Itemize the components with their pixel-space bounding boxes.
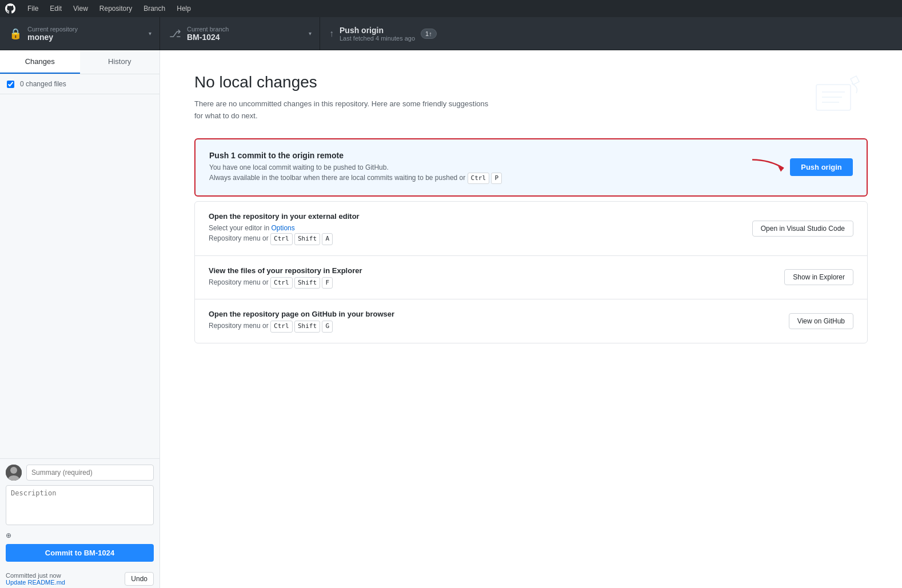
ctrl-shortcut-editor: Ctrl — [270, 233, 293, 245]
commit-avatar-row — [6, 465, 154, 481]
menu-item-file[interactable]: File — [23, 3, 43, 14]
branch-icon: ⎇ — [169, 27, 181, 40]
avatar — [6, 465, 22, 481]
ctrl-shortcut-github: Ctrl — [270, 321, 293, 333]
suggestion-row-explorer: View the files of your repository in Exp… — [195, 256, 867, 300]
content-area: No local changes There are no uncommitte… — [160, 50, 902, 588]
current-repo-section[interactable]: 🔒 Current repository money ▾ — [0, 17, 160, 50]
push-origin-sublabel: Last fetched 4 minutes ago — [340, 35, 415, 42]
show-in-explorer-button[interactable]: Show in Explorer — [784, 269, 853, 285]
select-all-checkbox[interactable] — [7, 81, 14, 88]
add-coauthor-button[interactable]: ⊕ — [6, 531, 154, 539]
suggestions-list: Open the repository in your external edi… — [194, 201, 868, 343]
menu-bar: (function() { const data = JSON.parse(do… — [0, 0, 902, 17]
undo-text: Committed just now Update README.md — [6, 572, 65, 586]
commit-button[interactable]: Commit to BM-1024 — [6, 544, 154, 562]
tab-changes[interactable]: Changes — [0, 50, 80, 74]
description-textarea[interactable] — [6, 485, 154, 525]
changed-files-label: 0 changed files — [20, 80, 66, 88]
repo-name: money — [27, 33, 78, 42]
push-origin-label: Push origin — [340, 26, 415, 35]
current-branch-section[interactable]: ⎇ Current branch BM-1024 ▾ — [160, 17, 320, 50]
undo-button[interactable]: Undo — [125, 572, 154, 586]
push-origin-button[interactable]: Push origin — [790, 158, 853, 176]
suggestion-explorer-text: View the files of your repository in Exp… — [209, 266, 362, 289]
push-card-desc2: Always available in the toolbar when the… — [209, 173, 502, 185]
p-shortcut: P — [491, 173, 502, 185]
commit-area: ⊕ Commit to BM-1024 — [0, 458, 159, 567]
ctrl-shortcut: Ctrl — [468, 173, 490, 185]
no-changes-title: No local changes — [194, 73, 868, 91]
tab-history[interactable]: History — [80, 50, 160, 74]
push-commit-card: Push 1 commit to the origin remote You h… — [194, 138, 868, 197]
undo-bar: Committed just now Update README.md Undo — [0, 567, 159, 588]
shift-shortcut-github: Shift — [294, 321, 320, 333]
open-editor-button[interactable]: Open in Visual Studio Code — [752, 221, 853, 237]
red-arrow-icon — [752, 157, 792, 178]
summary-input[interactable] — [26, 465, 154, 481]
push-card-title: Push 1 commit to the origin remote — [209, 151, 502, 160]
branch-name: BM-1024 — [187, 33, 229, 42]
undo-commit-file: Update README.md — [6, 579, 65, 586]
toolbar: 🔒 Current repository money ▾ ⎇ Current b… — [0, 17, 902, 50]
push-origin-toolbar-section[interactable]: ↑ Push origin Last fetched 4 minutes ago… — [320, 17, 446, 50]
suggestion-editor-desc: Select your editor in Options Repository… — [209, 223, 360, 245]
chevron-down-icon: ▾ — [149, 30, 151, 37]
suggestion-editor-text: Open the repository in your external edi… — [209, 212, 360, 245]
sidebar-spacer — [0, 94, 159, 458]
suggestion-editor-title: Open the repository in your external edi… — [209, 212, 360, 221]
suggestion-github-title: Open the repository page on GitHub in yo… — [209, 310, 394, 318]
suggestion-github-text: Open the repository page on GitHub in yo… — [209, 310, 394, 333]
svg-point-1 — [10, 467, 17, 474]
sidebar-tabs: Changes History — [0, 50, 159, 74]
shift-shortcut-editor: Shift — [294, 233, 320, 245]
shift-shortcut-explorer: Shift — [294, 277, 320, 289]
lock-icon: 🔒 — [9, 27, 22, 40]
illustration — [811, 73, 868, 119]
changed-files-row: 0 changed files — [0, 74, 159, 94]
suggestion-explorer-title: View the files of your repository in Exp… — [209, 266, 362, 275]
a-shortcut-editor: A — [322, 233, 333, 245]
push-card-desc1: You have one local commit waiting to be … — [209, 162, 502, 173]
no-changes-desc: There are no uncommitted changes in this… — [194, 98, 492, 122]
push-card-text: Push 1 commit to the origin remote You h… — [209, 151, 502, 185]
push-badge: 1↑ — [421, 29, 437, 39]
menu-item-branch[interactable]: Branch — [139, 3, 170, 14]
suggestion-row-github: Open the repository page on GitHub in yo… — [195, 299, 867, 343]
main-layout: Changes History 0 changed files ⊕ Commit… — [0, 50, 902, 588]
menu-item-edit[interactable]: Edit — [45, 3, 66, 14]
menu-item-repository[interactable]: Repository — [95, 3, 137, 14]
options-link[interactable]: Options — [271, 224, 294, 232]
repo-label: Current repository — [27, 26, 78, 33]
push-up-icon: ↑ — [329, 29, 334, 39]
menu-item-help[interactable]: Help — [172, 3, 195, 14]
branch-label: Current branch — [187, 26, 229, 33]
menu-item-view[interactable]: View — [69, 3, 93, 14]
branch-chevron-down-icon: ▾ — [309, 30, 312, 37]
suggestion-row-editor: Open the repository in your external edi… — [195, 202, 867, 256]
sidebar: Changes History 0 changed files ⊕ Commit… — [0, 50, 160, 588]
view-on-github-button[interactable]: View on GitHub — [789, 313, 853, 329]
suggestion-explorer-desc: Repository menu or Ctrl Shift F — [209, 277, 362, 289]
suggestion-github-desc: Repository menu or Ctrl Shift G — [209, 321, 394, 333]
f-shortcut-explorer: F — [322, 277, 333, 289]
g-shortcut-github: G — [322, 321, 333, 333]
ctrl-shortcut-explorer: Ctrl — [270, 277, 293, 289]
github-logo-icon — [5, 3, 16, 14]
